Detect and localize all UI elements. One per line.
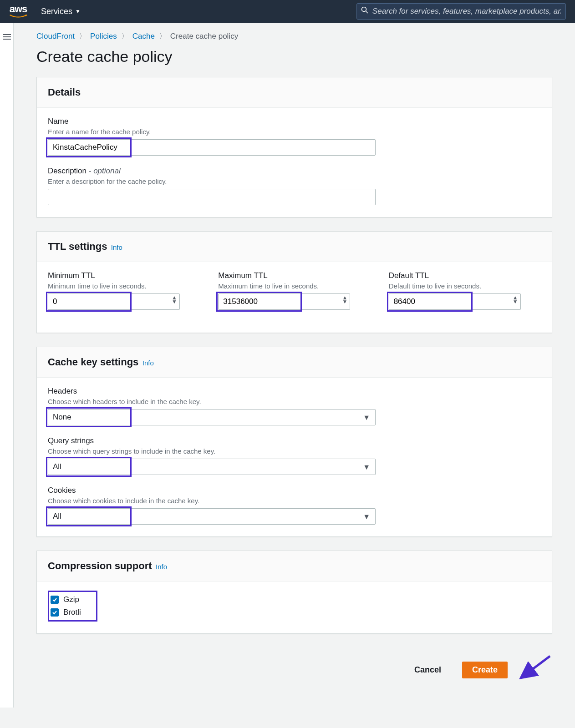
- query-strings-label: Query strings: [48, 436, 541, 445]
- search-input[interactable]: [356, 3, 566, 20]
- query-strings-hint: Choose which query strings to include in…: [48, 447, 541, 455]
- create-button[interactable]: Create: [462, 662, 508, 678]
- gzip-label: Gzip: [63, 595, 79, 604]
- breadcrumb: CloudFront 〉 Policies 〉 Cache 〉 Create c…: [36, 32, 552, 41]
- headers-select[interactable]: None: [48, 409, 376, 425]
- cookies-label: Cookies: [48, 486, 541, 495]
- description-input[interactable]: [48, 189, 376, 205]
- chevron-right-icon: 〉: [122, 32, 128, 40]
- breadcrumb-cache[interactable]: Cache: [132, 32, 155, 41]
- max-ttl-input[interactable]: [218, 293, 350, 310]
- details-heading: Details: [48, 86, 81, 98]
- svg-point-0: [362, 7, 366, 12]
- aws-smile-icon: [9, 14, 27, 19]
- stepper-icon[interactable]: ▲▼: [172, 296, 177, 304]
- headers-label: Headers: [48, 387, 541, 396]
- side-panel-collapsed: [0, 23, 14, 708]
- gzip-checkbox-row[interactable]: Gzip: [51, 595, 81, 604]
- headers-hint: Choose which headers to include in the c…: [48, 398, 541, 405]
- chevron-right-icon: 〉: [79, 32, 86, 40]
- ttl-panel: TTL settings Info Minimum TTL Minimum ti…: [36, 231, 552, 333]
- default-ttl-input[interactable]: [389, 293, 521, 310]
- min-ttl-hint: Minimum time to live in seconds.: [48, 282, 200, 290]
- cancel-button[interactable]: Cancel: [404, 662, 451, 678]
- name-label: Name: [48, 117, 541, 126]
- top-navigation: aws Services ▼: [0, 0, 575, 23]
- query-strings-select[interactable]: All: [48, 459, 376, 475]
- description-hint: Enter a description for the cache policy…: [48, 177, 541, 185]
- hamburger-icon[interactable]: [3, 33, 11, 41]
- max-ttl-label: Maximum TTL: [218, 271, 370, 280]
- checkbox-checked-icon[interactable]: [51, 596, 59, 604]
- name-input[interactable]: [48, 139, 376, 156]
- page-title: Create cache policy: [36, 48, 552, 66]
- default-ttl-hint: Default time to live in seconds.: [389, 282, 541, 290]
- services-label: Services: [41, 7, 72, 16]
- default-ttl-label: Default TTL: [389, 271, 541, 280]
- compression-panel: Compression support Info Gzip: [36, 551, 552, 634]
- cookies-select[interactable]: All: [48, 508, 376, 525]
- breadcrumb-cloudfront[interactable]: CloudFront: [36, 32, 75, 41]
- chevron-right-icon: 〉: [159, 32, 166, 40]
- brotli-label: Brotli: [63, 608, 81, 617]
- annotation-arrow-icon: [516, 654, 552, 686]
- aws-logo-text: aws: [10, 4, 27, 14]
- compression-heading: Compression support: [48, 560, 152, 571]
- caret-down-icon: ▼: [75, 8, 81, 15]
- max-ttl-hint: Maximum time to live in seconds.: [218, 282, 370, 290]
- cache-key-panel: Cache key settings Info Headers Choose w…: [36, 347, 552, 537]
- description-label: Description - optional: [48, 167, 541, 176]
- search-icon: [361, 6, 368, 15]
- breadcrumb-current: Create cache policy: [170, 32, 238, 41]
- brotli-checkbox-row[interactable]: Brotli: [51, 608, 81, 617]
- stepper-icon[interactable]: ▲▼: [342, 296, 347, 304]
- svg-line-1: [366, 11, 368, 14]
- cache-key-info-link[interactable]: Info: [142, 359, 154, 367]
- name-hint: Enter a name for the cache policy.: [48, 128, 541, 136]
- compression-info-link[interactable]: Info: [156, 563, 167, 571]
- stepper-icon[interactable]: ▲▼: [513, 296, 518, 304]
- cookies-hint: Choose which cookies to include in the c…: [48, 497, 541, 505]
- min-ttl-label: Minimum TTL: [48, 271, 200, 280]
- form-actions: Cancel Create: [36, 647, 552, 689]
- breadcrumb-policies[interactable]: Policies: [90, 32, 117, 41]
- global-search: [356, 3, 566, 20]
- min-ttl-input[interactable]: [48, 293, 180, 310]
- ttl-info-link[interactable]: Info: [111, 243, 122, 251]
- checkbox-checked-icon[interactable]: [51, 608, 59, 617]
- svg-line-2: [523, 656, 550, 677]
- details-panel: Details Name Enter a name for the cache …: [36, 77, 552, 217]
- ttl-heading: TTL settings: [48, 241, 107, 252]
- aws-logo[interactable]: aws: [9, 4, 27, 19]
- cache-key-heading: Cache key settings: [48, 356, 138, 368]
- services-menu[interactable]: Services ▼: [41, 7, 81, 16]
